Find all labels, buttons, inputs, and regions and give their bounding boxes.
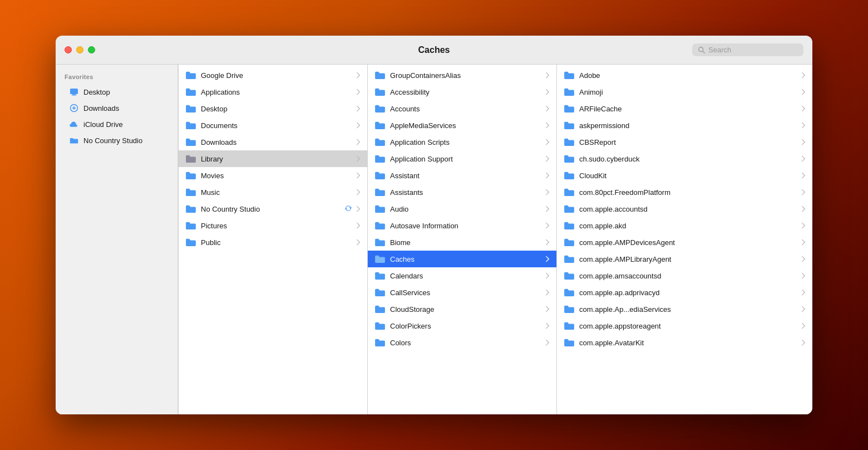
column-item-cloud-storage[interactable]: CloudStorage <box>368 301 556 317</box>
item-label: Audio <box>390 205 541 213</box>
folder-icon <box>564 103 575 114</box>
folder-icon <box>374 170 386 181</box>
column-item-com-apple-amp-devices-agent[interactable]: com.apple.AMPDevicesAgent <box>557 234 812 251</box>
folder-icon <box>564 153 575 164</box>
titlebar: Caches Search <box>56 36 812 65</box>
column-item-applications[interactable]: Applications <box>179 84 367 100</box>
folder-icon <box>564 220 575 231</box>
sidebar-label-icloud: iCloud Drive <box>83 120 123 129</box>
column-item-movies[interactable]: Movies <box>179 167 367 184</box>
item-label: com.apple.AMPLibraryAgent <box>579 255 797 263</box>
search-bar[interactable]: Search <box>692 43 803 56</box>
column-item-library[interactable]: Library <box>179 150 367 167</box>
item-label: com.apple.amsaccountsd <box>579 272 797 280</box>
folder-icon <box>564 187 575 198</box>
column-item-biome[interactable]: Biome <box>368 234 556 251</box>
column-item-calendars[interactable]: Calendars <box>368 267 556 284</box>
folder-icon <box>374 270 386 281</box>
column-item-music[interactable]: Music <box>179 184 367 200</box>
folder-icon <box>374 70 386 81</box>
column-item-cbsreport[interactable]: CBSReport <box>557 134 812 150</box>
folder-icon <box>185 170 196 181</box>
column-item-audio[interactable]: Audio <box>368 200 556 217</box>
item-label: Colors <box>390 339 541 347</box>
column-item-cloudkit[interactable]: CloudKit <box>557 167 812 184</box>
item-label: Downloads <box>201 138 352 146</box>
folder-icon <box>374 187 386 198</box>
column-item-assistants[interactable]: Assistants <box>368 184 556 200</box>
column-item-com-apple-avatarkit[interactable]: com.apple.AvatarKit <box>557 334 812 351</box>
column-item-ch-sudo-cyberduck[interactable]: ch.sudo.cyberduck <box>557 150 812 167</box>
column-item-public[interactable]: Public <box>179 234 367 251</box>
item-label: Google Drive <box>201 71 352 80</box>
column-item-google-drive[interactable]: Google Drive <box>179 67 367 84</box>
close-button[interactable] <box>65 46 72 53</box>
folder-icon <box>185 70 196 81</box>
folder-icon <box>185 187 196 198</box>
column-item-autosave-information[interactable]: Autosave Information <box>368 217 556 234</box>
folder-icon <box>374 220 386 231</box>
column-item-accounts[interactable]: Accounts <box>368 100 556 117</box>
column-item-pictures[interactable]: Pictures <box>179 217 367 234</box>
column-item-colors[interactable]: Colors <box>368 334 556 351</box>
folder-icon <box>185 237 196 248</box>
column-item-no-country-studio[interactable]: No Country Studio <box>179 200 367 217</box>
sidebar-item-no-country-studio[interactable]: No Country Studio <box>60 133 173 148</box>
folder-icon <box>374 237 386 248</box>
item-label: Calendars <box>390 272 541 280</box>
column-item-com-apple-ap-adprivacyd[interactable]: com.apple.ap.adprivacyd <box>557 284 812 301</box>
column-item-animoji[interactable]: Animoji <box>557 84 812 100</box>
column-item-com-apple-accountsd[interactable]: com.apple.accountsd <box>557 200 812 217</box>
folder-icon <box>374 153 386 164</box>
item-label: AppleMediaServices <box>390 121 541 130</box>
column-item-askpermissiond[interactable]: askpermissiond <box>557 117 812 134</box>
maximize-button[interactable] <box>88 46 95 53</box>
item-label: Desktop <box>201 105 352 113</box>
item-label: com.apple.ap.adprivacyd <box>579 288 797 297</box>
column-item-application-support[interactable]: Application Support <box>368 150 556 167</box>
svg-rect-2 <box>70 89 78 94</box>
folder-icon <box>564 203 575 214</box>
item-label: CBSReport <box>579 138 797 146</box>
column-item-com-apple-amsaccountsd[interactable]: com.apple.amsaccountsd <box>557 267 812 284</box>
column-item-documents[interactable]: Documents <box>179 117 367 134</box>
item-label: Biome <box>390 238 541 247</box>
item-label: ch.sudo.cyberduck <box>579 155 797 163</box>
folder-icon <box>374 337 386 348</box>
column-item-accessibility[interactable]: Accessibility <box>368 84 556 100</box>
search-placeholder: Search <box>708 46 731 54</box>
item-label: com.apple.AvatarKit <box>579 339 797 347</box>
minimize-button[interactable] <box>76 46 83 53</box>
column-item-apple-media-services[interactable]: AppleMediaServices <box>368 117 556 134</box>
column-item-downloads[interactable]: Downloads <box>179 134 367 150</box>
sidebar-item-desktop[interactable]: Desktop <box>60 84 173 100</box>
no-country-studio-icon <box>69 135 79 145</box>
column-item-call-services[interactable]: CallServices <box>368 284 556 301</box>
svg-rect-3 <box>72 94 76 95</box>
column-item-com-apple-akd[interactable]: com.apple.akd <box>557 217 812 234</box>
column-item-com-apple-amp-library-agent[interactable]: com.apple.AMPLibraryAgent <box>557 251 812 267</box>
column-item-desktop[interactable]: Desktop <box>179 100 367 117</box>
column-item-adobe[interactable]: Adobe <box>557 67 812 84</box>
item-label: Assistant <box>390 172 541 180</box>
column-item-com-80pct-freedom-platform[interactable]: com.80pct.FreedomPlatform <box>557 184 812 200</box>
item-label: Public <box>201 238 352 247</box>
folder-icon <box>564 120 575 131</box>
sync-icon <box>345 205 352 213</box>
folder-icon <box>564 86 575 97</box>
column-item-assistant[interactable]: Assistant <box>368 167 556 184</box>
search-icon <box>698 46 706 54</box>
column-item-com-apple-appstoreagent[interactable]: com.apple.appstoreagent <box>557 317 812 334</box>
column-item-caches[interactable]: Caches <box>368 251 556 267</box>
column-item-arfilecache[interactable]: ARFileCache <box>557 100 812 117</box>
column-item-group-containers-alias[interactable]: GroupContainersAlias <box>368 67 556 84</box>
item-label: Library <box>201 155 352 163</box>
column-item-color-pickers[interactable]: ColorPickers <box>368 317 556 334</box>
folder-icon <box>564 337 575 348</box>
sidebar-item-icloud[interactable]: iCloud Drive <box>60 116 173 132</box>
folder-icon <box>374 86 386 97</box>
sidebar-item-downloads[interactable]: Downloads <box>60 100 173 116</box>
column-item-com-apple-ap-ediaservices[interactable]: com.apple.Ap...ediaServices <box>557 301 812 317</box>
folder-icon <box>564 237 575 248</box>
column-item-application-scripts[interactable]: Application Scripts <box>368 134 556 150</box>
